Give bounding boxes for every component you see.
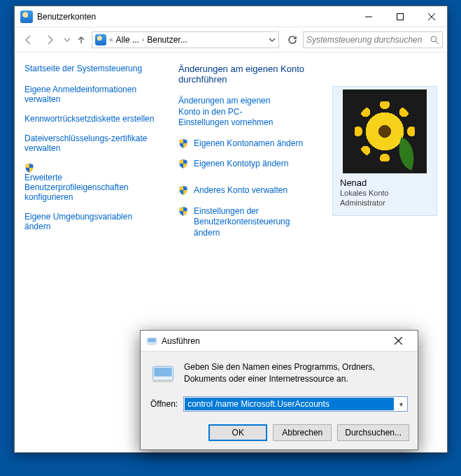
run-open-input[interactable]: control /name Microsoft.UserAccounts ▾ — [183, 396, 408, 412]
shield-icon — [24, 163, 34, 173]
run-title: Ausführen — [162, 336, 384, 346]
action-uac-settings[interactable]: Einstellungen der Benutzerkontensteuerun… — [194, 206, 306, 239]
run-dialog: Ausführen Geben Sie den Namen eines Prog… — [140, 330, 418, 450]
back-icon — [23, 34, 34, 45]
recent-button[interactable] — [61, 30, 73, 50]
shield-icon — [178, 138, 188, 148]
run-app-icon — [150, 361, 176, 387]
ok-button[interactable]: OK — [208, 424, 267, 441]
run-hint: Geben Sie den Namen eines Programms, Ord… — [184, 361, 408, 387]
breadcrumb-part[interactable]: Alle ... — [116, 35, 139, 45]
search-input[interactable]: Systemsteuerung durchsuchen — [303, 31, 443, 48]
forward-button[interactable] — [40, 30, 59, 50]
run-titlebar[interactable]: Ausführen — [141, 331, 418, 352]
shield-icon — [178, 206, 188, 216]
sidebar-item-env-vars[interactable]: Eigene Umgebungsvariablen ändern — [24, 212, 159, 231]
action-manage-other[interactable]: Anderes Konto verwalten — [194, 185, 288, 196]
refresh-icon — [288, 35, 297, 45]
run-close-button[interactable] — [384, 336, 412, 347]
user-tile[interactable]: Nenad Lokales Konto Administrator — [332, 86, 437, 216]
svg-point-4 — [431, 36, 437, 42]
breadcrumb[interactable]: « Alle ... › Benutzer... — [92, 31, 279, 48]
page-heading: Änderungen am eigenen Konto durchführen — [178, 64, 321, 85]
refresh-button[interactable] — [283, 31, 302, 48]
up-icon — [76, 35, 86, 45]
chevron-down-icon[interactable] — [269, 36, 276, 43]
browse-button[interactable]: Durchsuchen... — [337, 424, 409, 441]
avatar — [343, 89, 427, 173]
user-role: Administrator — [333, 198, 437, 208]
close-button[interactable] — [416, 6, 447, 27]
close-icon — [428, 13, 435, 20]
user-type: Lokales Konto — [333, 188, 437, 198]
sidebar-item-reset-disk[interactable]: Kennwortrücksetzdiskette erstellen — [24, 114, 159, 124]
chevron-right-icon: › — [142, 36, 144, 43]
sidebar-item-encryption-certs[interactable]: Dateiverschlüsselungs-zertifikate verwal… — [24, 134, 159, 153]
back-button[interactable] — [19, 30, 38, 50]
svg-rect-3 — [397, 13, 403, 20]
sidebar-item-credentials[interactable]: Eigene Anmeldeinformationen verwalten — [24, 85, 159, 104]
run-open-label: Öffnen: — [150, 399, 178, 409]
action-change-name[interactable]: Eigenen Kontonamen ändern — [194, 138, 303, 150]
shield-icon — [178, 159, 188, 168]
search-icon — [430, 35, 439, 45]
action-change-pc-settings[interactable]: Änderungen am eigenen Konto in den PC-Ei… — [178, 96, 283, 129]
breadcrumb-part[interactable]: Benutzer... — [147, 35, 187, 45]
search-placeholder: Systemsteuerung durchsuchen — [306, 35, 430, 45]
close-icon — [395, 337, 402, 345]
cancel-button[interactable]: Abbrechen — [273, 424, 332, 441]
minimize-button[interactable] — [353, 6, 384, 27]
run-icon — [146, 336, 157, 347]
sidebar-item-advanced-profile[interactable]: Erweiterte Benutzerprofileigenschaften k… — [24, 173, 129, 202]
up-button[interactable] — [75, 30, 87, 50]
titlebar[interactable]: Benutzerkonten — [15, 6, 447, 27]
maximize-icon — [397, 13, 404, 20]
sidebar-home[interactable]: Startseite der Systemsteuerung — [24, 64, 159, 73]
forward-icon — [44, 34, 55, 45]
user-accounts-icon — [20, 10, 33, 23]
breadcrumb-sep: « — [109, 36, 113, 43]
window-title: Benutzerkonten — [37, 12, 353, 22]
maximize-button[interactable] — [384, 6, 416, 27]
shield-icon — [178, 185, 188, 195]
nav-bar: « Alle ... › Benutzer... Systemsteuerung… — [15, 27, 447, 52]
user-name: Nenad — [333, 178, 437, 188]
run-open-value[interactable]: control /name Microsoft.UserAccounts — [185, 398, 394, 410]
action-change-type[interactable]: Eigenen Kontotyp ändern — [194, 159, 288, 170]
chevron-down-icon[interactable]: ▾ — [395, 401, 407, 408]
chevron-down-icon — [64, 36, 71, 43]
control-panel-icon — [95, 34, 106, 45]
minimize-icon — [365, 13, 372, 20]
